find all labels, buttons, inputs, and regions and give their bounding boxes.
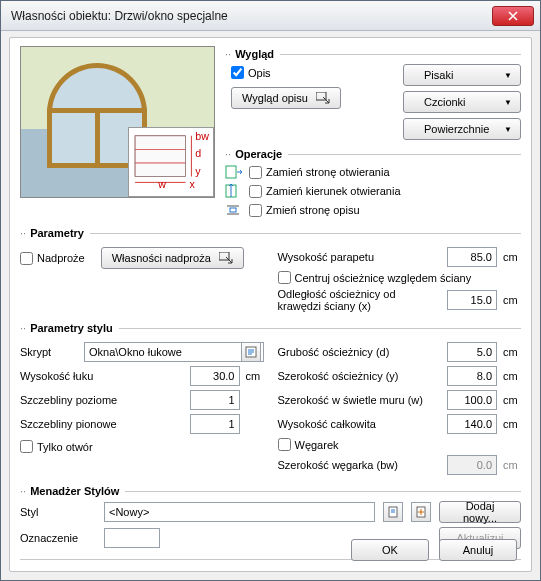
szerokosc-input[interactable] <box>447 366 497 386</box>
preview-pane: bw d y w x <box>20 46 215 198</box>
centruj-checkbox-label[interactable]: Centruj ościeżnicę względem ściany <box>278 271 522 284</box>
anuluj-button[interactable]: Anuluj <box>439 539 517 561</box>
swap-side-checkbox[interactable] <box>249 166 262 179</box>
popup-arrow-icon <box>219 252 233 264</box>
svg-rect-12 <box>226 166 236 178</box>
tylko-otwor-checkbox-label[interactable]: Tylko otwór <box>20 440 264 453</box>
odleglosc-input[interactable] <box>447 290 497 310</box>
popup-arrow-icon <box>316 92 330 104</box>
wyglad-opisu-button[interactable]: Wygląd opisu <box>231 87 341 109</box>
swap-dir-checkbox-label[interactable]: Zamień kierunek otwierania <box>249 185 401 198</box>
titlebar: Własności obiektu: Drzwi/okno specjalne <box>1 1 540 31</box>
szcz-pio-input[interactable] <box>190 414 240 434</box>
szer-weg-label: Szerokość węgarka (bw) <box>278 459 442 471</box>
styl-label: Styl <box>20 506 96 518</box>
group-stylu: Parametry stylu <box>30 322 113 334</box>
tylko-otwor-checkbox[interactable] <box>20 440 33 453</box>
svg-text:y: y <box>195 165 201 177</box>
nadproze-checkbox[interactable] <box>20 252 33 265</box>
svg-text:x: x <box>189 178 195 190</box>
swietlo-label: Szerokość w świetle muru (w) <box>278 394 442 406</box>
document-icon <box>387 506 399 518</box>
opis-checkbox[interactable] <box>231 66 244 79</box>
wlasnosci-nadproza-button[interactable]: Własności nadproża <box>101 247 244 269</box>
swap-desc-checkbox[interactable] <box>249 204 262 217</box>
close-button[interactable] <box>492 6 534 26</box>
szcz-poz-label: Szczebliny poziome <box>20 394 184 406</box>
group-menadzer: Menadżer Stylów <box>30 485 119 497</box>
wys-luku-input[interactable] <box>190 366 240 386</box>
chevron-down-icon: ▼ <box>504 71 512 80</box>
centruj-checkbox[interactable] <box>278 271 291 284</box>
nadproze-checkbox-label[interactable]: Nadproże <box>20 252 85 265</box>
chevron-down-icon: ▼ <box>504 125 512 134</box>
pisaki-button[interactable]: Pisaki▼ <box>403 64 521 86</box>
close-icon <box>508 11 518 21</box>
chevron-down-icon: ▼ <box>504 98 512 107</box>
skrypt-label: Skrypt <box>20 346 76 358</box>
svg-text:w: w <box>157 178 166 190</box>
swap-desc-icon <box>225 202 243 218</box>
swap-dir-checkbox[interactable] <box>249 185 262 198</box>
svg-rect-16 <box>230 208 236 212</box>
dodaj-button[interactable]: Dodaj nowy... <box>439 501 521 523</box>
wys-parapetu-input[interactable] <box>447 247 497 267</box>
odleglosc-label: Odległość ościeżnicy od krawędzi ściany … <box>278 288 442 312</box>
svg-text:bw: bw <box>195 130 209 142</box>
skrypt-field[interactable]: Okna\Okno łukowe <box>84 342 264 362</box>
wys-calk-input[interactable] <box>447 414 497 434</box>
oznaczenie-label: Oznaczenie <box>20 532 96 544</box>
group-wyglad: Wygląd <box>235 48 274 60</box>
group-parametry: Parametry <box>30 227 84 239</box>
skrypt-browse-button[interactable] <box>241 342 261 362</box>
czcionki-button[interactable]: Czcionki▼ <box>403 91 521 113</box>
dialog-window: Własności obiektu: Drzwi/okno specjalne <box>0 0 541 581</box>
styl-icon1-button[interactable] <box>383 502 403 522</box>
opis-checkbox-label[interactable]: Opis <box>231 66 391 79</box>
grubosc-input[interactable] <box>447 342 497 362</box>
script-icon <box>245 346 257 358</box>
ok-button[interactable]: OK <box>351 539 429 561</box>
swap-side-icon <box>225 164 243 180</box>
group-operacje: Operacje <box>235 148 282 160</box>
wegarek-checkbox-label[interactable]: Węgarek <box>278 438 522 451</box>
swap-side-checkbox-label[interactable]: Zamień stronę otwierania <box>249 166 390 179</box>
szcz-poz-input[interactable] <box>190 390 240 410</box>
szcz-pio-label: Szczebliny pionowe <box>20 418 184 430</box>
swap-desc-checkbox-label[interactable]: Zmień stronę opisu <box>249 204 360 217</box>
styl-icon2-button[interactable] <box>411 502 431 522</box>
window-title: Własności obiektu: Drzwi/okno specjalne <box>11 9 492 23</box>
wys-calk-label: Wysokość całkowita <box>278 418 442 430</box>
swap-dir-icon <box>225 183 243 199</box>
svg-text:d: d <box>195 147 201 159</box>
powierzchnie-button[interactable]: Powierzchnie▼ <box>403 118 521 140</box>
document-add-icon <box>415 506 427 518</box>
oznaczenie-input[interactable] <box>104 528 160 548</box>
wys-luku-label: Wysokość łuku <box>20 370 184 382</box>
szer-weg-input <box>447 455 497 475</box>
content-area: bw d y w x ··Wygląd O <box>9 37 532 572</box>
preview-dimensions-icon: bw d y w x <box>128 127 214 197</box>
styl-select[interactable]: <Nowy> <box>104 502 375 522</box>
wegarek-checkbox[interactable] <box>278 438 291 451</box>
swietlo-input[interactable] <box>447 390 497 410</box>
grubosc-label: Grubość ościeżnicy (d) <box>278 346 442 358</box>
svg-rect-3 <box>135 136 186 177</box>
szerokosc-label: Szerokość ościeżnicy (y) <box>278 370 442 382</box>
wys-parapetu-label: Wysokość parapetu <box>278 251 442 263</box>
